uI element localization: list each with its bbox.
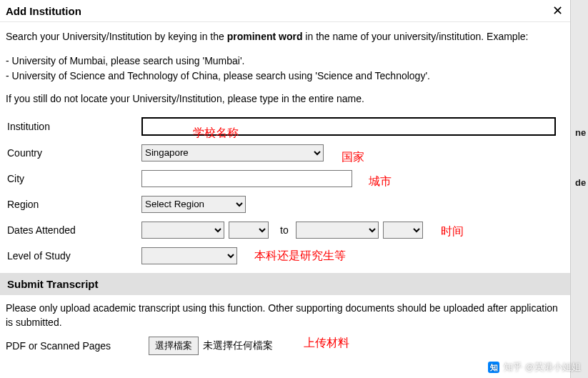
dialog-body: Search your University/Institution by ke… — [0, 22, 570, 355]
bg-hint-2: de — [575, 177, 586, 188]
ex2-underline: Science and Technology — [317, 70, 426, 81]
zhihu-logo-icon: 知 — [488, 362, 499, 373]
still-text: If you still do not locate your Universi… — [6, 93, 564, 104]
close-icon[interactable]: ✕ — [552, 4, 563, 17]
label-pdf: PDF or Scanned Pages — [6, 340, 149, 352]
label-region: Region — [6, 199, 141, 210]
row-level: Level of Study — [6, 247, 564, 264]
label-dates: Dates Attended — [6, 224, 141, 236]
level-select[interactable] — [141, 247, 237, 264]
row-city: City — [6, 170, 564, 187]
date-to-year-select[interactable] — [383, 222, 423, 239]
intro-text: Search your University/Institution by ke… — [6, 29, 564, 44]
row-country: Country Singapore — [6, 144, 564, 161]
to-text: to — [280, 224, 289, 236]
example-1: - University of Mumbai, please search us… — [6, 54, 564, 68]
row-institution: Institution — [6, 117, 564, 136]
watermark: 知 知乎 @英港小姐姐 — [488, 361, 581, 374]
file-status-text: 未選擇任何檔案 — [203, 339, 273, 352]
institution-input[interactable] — [141, 117, 556, 136]
submit-transcript-desc: Please only upload academic transcript u… — [6, 299, 564, 337]
row-region: Region Select Region — [6, 196, 564, 213]
intro-pre: Search your University/Institution by ke… — [6, 31, 227, 42]
ex2-pre: - University of Science and Technology o… — [6, 70, 317, 81]
intro-post: in the name of your university/instituti… — [302, 31, 528, 42]
label-country: Country — [6, 147, 141, 159]
label-institution: Institution — [6, 121, 141, 132]
add-institution-dialog: Add Institution ✕ Search your University… — [0, 0, 571, 378]
background-panel: ne de — [571, 0, 588, 378]
ex1-pre: - University of Mumbai, please search us… — [6, 55, 204, 66]
region-select[interactable]: Select Region — [141, 196, 246, 213]
choose-file-button[interactable]: 選擇檔案 — [149, 337, 199, 355]
ex1-underline: Mumbai — [204, 55, 240, 66]
label-level: Level of Study — [6, 250, 141, 262]
date-from-year-select[interactable] — [229, 222, 269, 239]
label-city: City — [6, 173, 141, 184]
date-from-month-select[interactable] — [141, 222, 224, 239]
dialog-header: Add Institution ✕ — [0, 0, 570, 22]
example-2: - University of Science and Technology o… — [6, 69, 564, 83]
row-file: PDF or Scanned Pages 選擇檔案 未選擇任何檔案 — [6, 337, 564, 355]
bg-hint-1: ne — [575, 127, 586, 138]
ex2-post: '. — [425, 70, 430, 81]
city-input[interactable] — [141, 170, 352, 187]
intro-bold: prominent word — [227, 31, 303, 42]
row-dates: Dates Attended to — [6, 222, 564, 239]
dialog-title: Add Institution — [6, 5, 81, 17]
submit-transcript-header: Submit Transcript — [0, 273, 570, 295]
examples-block: - University of Mumbai, please search us… — [6, 54, 564, 83]
watermark-text: 知乎 @英港小姐姐 — [504, 361, 581, 374]
date-to-month-select[interactable] — [296, 222, 379, 239]
ex1-post: '. — [240, 55, 245, 66]
country-select[interactable]: Singapore — [141, 144, 324, 161]
